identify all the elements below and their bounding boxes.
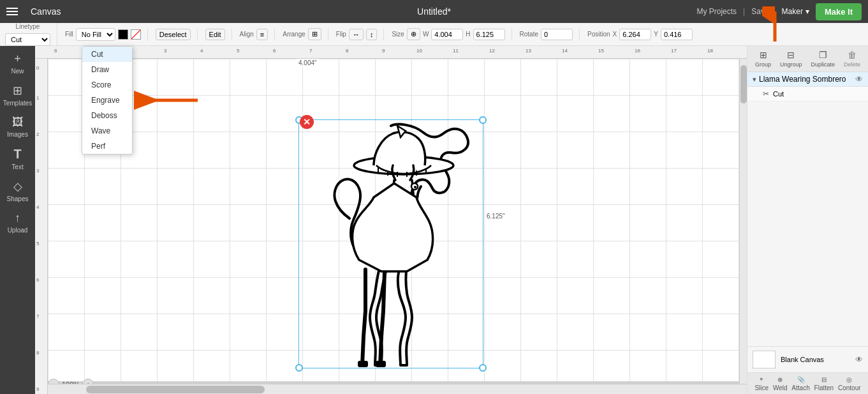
fill-swatch[interactable] bbox=[131, 29, 141, 40]
delete-icon: 🗑 bbox=[848, 50, 857, 60]
handle-bottom-right[interactable] bbox=[479, 364, 487, 372]
ruler-top: 6 1 2 3 4 5 6 7 8 9 10 11 12 13 14 15 16… bbox=[35, 46, 747, 59]
sidebar-label-text: Text bbox=[11, 163, 23, 170]
blank-canvas-label: Blank Canvas bbox=[781, 356, 824, 363]
new-icon: + bbox=[14, 52, 21, 66]
h-label: H bbox=[466, 31, 470, 38]
dropdown-item-perf[interactable]: Perf bbox=[82, 139, 132, 154]
layer-item[interactable]: ▾ Llama Wearing Sombrero 👁 bbox=[747, 72, 868, 87]
canvas-title: Canvas bbox=[26, 6, 689, 17]
x-input[interactable] bbox=[619, 29, 651, 40]
group-label: Group bbox=[755, 61, 771, 68]
images-icon: 🖼 bbox=[12, 116, 24, 129]
flip-label: Flip bbox=[336, 31, 346, 38]
fill-label: Fill bbox=[65, 31, 73, 38]
delete-label: Delete bbox=[844, 61, 860, 68]
selection-box bbox=[298, 119, 483, 368]
sidebar-label-upload: Upload bbox=[8, 227, 28, 234]
dropdown-item-score[interactable]: Score bbox=[82, 77, 132, 93]
dropdown-item-wave[interactable]: Wave bbox=[82, 123, 132, 139]
attach-icon: 📎 bbox=[797, 376, 805, 383]
horizontal-scrollbar[interactable] bbox=[48, 384, 747, 394]
attach-button[interactable]: 📎 Attach bbox=[791, 376, 809, 391]
dropdown-item-deboss[interactable]: Deboss bbox=[82, 108, 132, 123]
arrange-button[interactable]: ⊞ bbox=[308, 28, 321, 40]
sidebar-item-upload[interactable]: ↑ Upload bbox=[2, 208, 34, 238]
sidebar-item-images[interactable]: 🖼 Images bbox=[2, 112, 34, 142]
canvas-visibility-toggle[interactable]: 👁 bbox=[855, 355, 863, 364]
layer-sub-item[interactable]: ✂ Cut bbox=[747, 87, 868, 102]
flatten-label: Flatten bbox=[814, 384, 834, 391]
fill-select[interactable]: No Fill bbox=[76, 28, 115, 41]
align-label: Align bbox=[240, 31, 254, 38]
layer-expand-icon[interactable]: ▾ bbox=[753, 75, 756, 84]
sidebar-label-images: Images bbox=[7, 131, 28, 138]
y-label: Y bbox=[654, 31, 658, 38]
linetype-select[interactable]: CutDrawScore EngraveDebossWavePerf bbox=[5, 33, 50, 46]
deselect-button[interactable]: Deselect bbox=[156, 29, 191, 40]
handle-top-right[interactable] bbox=[479, 116, 487, 124]
ungroup-button[interactable]: ⊟ Ungroup bbox=[777, 49, 805, 69]
make-it-button[interactable]: Make It bbox=[816, 3, 862, 20]
slice-button[interactable]: ⌖ Slice bbox=[754, 375, 769, 391]
handle-bottom-left[interactable] bbox=[295, 364, 303, 372]
flatten-button[interactable]: ⊟ Flatten bbox=[814, 376, 834, 391]
sidebar-item-text[interactable]: T Text bbox=[2, 143, 34, 174]
vertical-scrollbar[interactable] bbox=[739, 59, 747, 384]
edit-button[interactable]: Edit bbox=[205, 29, 225, 40]
layer-visibility-toggle[interactable]: 👁 bbox=[855, 75, 863, 84]
contour-label: Contour bbox=[838, 384, 861, 391]
maker-button[interactable]: Maker ▾ bbox=[782, 7, 809, 16]
group-button[interactable]: ⊞ Group bbox=[753, 49, 774, 69]
blank-canvas-item[interactable]: Blank Canvas 👁 bbox=[747, 346, 868, 372]
weld-icon: ⊕ bbox=[777, 376, 783, 383]
separator: | bbox=[743, 7, 745, 16]
dropdown-item-cut[interactable]: Cut bbox=[82, 47, 132, 62]
sidebar-item-templates[interactable]: ⊞ Templates bbox=[2, 80, 34, 110]
height-input[interactable] bbox=[473, 29, 505, 40]
layer-type-label: Cut bbox=[773, 90, 784, 98]
duplicate-button[interactable]: ❐ Duplicate bbox=[808, 49, 837, 69]
vscroll-thumb[interactable] bbox=[740, 65, 747, 103]
hamburger-menu[interactable] bbox=[6, 8, 18, 15]
sidebar-item-new[interactable]: + New bbox=[2, 49, 34, 79]
templates-icon: ⊞ bbox=[13, 84, 22, 98]
right-panel: ⊞ Group ⊟ Ungroup ❐ Duplicate 🗑 Delete ▾… bbox=[747, 46, 868, 394]
ungroup-icon: ⊟ bbox=[787, 50, 795, 60]
slice-label: Slice bbox=[754, 384, 769, 391]
flip-v-button[interactable]: ↕ bbox=[366, 29, 378, 40]
bottom-panel: ⌖ Slice ⊕ Weld 📎 Attach ⊟ Flatten ◎ Cont… bbox=[747, 372, 868, 394]
weld-button[interactable]: ⊕ Weld bbox=[773, 376, 788, 391]
rotate-label: Rotate bbox=[520, 31, 538, 38]
sidebar-item-shapes[interactable]: ◇ Shapes bbox=[2, 176, 34, 206]
doc-title: Untitled* bbox=[417, 6, 451, 17]
ungroup-label: Ungroup bbox=[780, 61, 802, 68]
position-label: Position bbox=[587, 31, 610, 38]
lock-aspect-button[interactable]: ⊕ bbox=[407, 28, 420, 40]
flip-h-button[interactable]: ↔ bbox=[349, 29, 364, 40]
dropdown-item-draw[interactable]: Draw bbox=[82, 62, 132, 77]
delete-button[interactable]: ✕ bbox=[300, 115, 314, 129]
size-label: Size bbox=[392, 31, 404, 38]
rotate-input[interactable] bbox=[541, 29, 573, 40]
grid-canvas[interactable]: 4.004" 6.125" bbox=[48, 59, 747, 381]
color-swatch[interactable] bbox=[118, 29, 128, 40]
delete-layer-button[interactable]: 🗑 Delete bbox=[841, 49, 863, 69]
align-button[interactable]: ≡ bbox=[256, 29, 268, 40]
contour-button[interactable]: ◎ Contour bbox=[838, 376, 861, 391]
ruler-left: 0 1 2 3 4 5 6 7 8 9 bbox=[35, 59, 48, 394]
width-input[interactable] bbox=[431, 29, 463, 40]
width-size-label: 4.004" bbox=[297, 59, 319, 67]
canvas-area[interactable]: 6 1 2 3 4 5 6 7 8 9 10 11 12 13 14 15 16… bbox=[35, 46, 747, 394]
my-projects-link[interactable]: My Projects bbox=[696, 7, 737, 16]
y-input[interactable] bbox=[661, 29, 693, 40]
arrange-label: Arrange bbox=[283, 31, 305, 38]
linetype-label: Linetype bbox=[16, 23, 40, 30]
hscroll-thumb[interactable] bbox=[86, 386, 265, 393]
save-link[interactable]: Save bbox=[751, 7, 769, 16]
dropdown-item-engrave[interactable]: Engrave bbox=[82, 93, 132, 108]
upload-icon: ↑ bbox=[15, 211, 20, 225]
chevron-down-icon: ▾ bbox=[805, 7, 809, 16]
sidebar-label-templates: Templates bbox=[3, 100, 33, 107]
x-label: X bbox=[613, 31, 617, 38]
